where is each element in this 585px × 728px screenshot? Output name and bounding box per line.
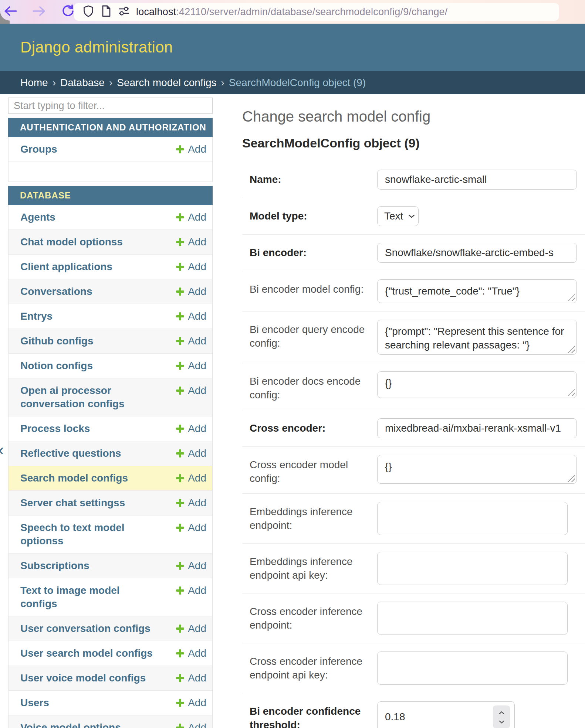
input-embeddings-inference-endpoint-api-key[interactable] <box>377 552 568 585</box>
number-spinner[interactable] <box>493 705 510 728</box>
chevron-down-icon <box>408 213 415 220</box>
url-bar[interactable]: localhost:42110/server/admin/database/se… <box>74 3 559 21</box>
input-bi-encoder[interactable] <box>377 243 577 263</box>
add-link-speech-to-text-model-optionss[interactable]: Add <box>176 521 206 534</box>
add-link-user-search-model-configs[interactable]: Add <box>176 647 206 660</box>
model-link-process-locks[interactable]: Process locks <box>20 422 90 435</box>
add-link-open-ai-processor-conversation-configs[interactable]: Add <box>176 384 206 397</box>
add-link-notion-configs[interactable]: Add <box>176 359 206 372</box>
breadcrumb-separator: › <box>221 77 224 89</box>
input-cross-encoder-inference-endpoint[interactable] <box>377 602 568 635</box>
model-link-client-applications[interactable]: Client applications <box>20 260 112 273</box>
add-link-github-configs[interactable]: Add <box>176 334 206 348</box>
add-link-voice-model-options[interactable]: Add <box>176 721 206 728</box>
breadcrumb-link-database[interactable]: Database <box>60 77 105 89</box>
textarea-bi-encoder-docs-encode-config[interactable] <box>377 371 577 398</box>
model-link-notion-configs[interactable]: Notion configs <box>20 359 93 372</box>
add-link-server-chat-settingss[interactable]: Add <box>176 496 206 510</box>
plus-icon <box>176 263 184 271</box>
shield-icon[interactable] <box>82 5 95 19</box>
spinner-up-icon[interactable] <box>499 709 504 716</box>
add-link-users[interactable]: Add <box>176 696 206 710</box>
spinner-down-icon[interactable] <box>499 718 504 725</box>
input-cross-encoder-inference-endpoint-api-key[interactable] <box>377 652 568 685</box>
model-link-agents[interactable]: Agents <box>20 211 55 224</box>
add-link-groups[interactable]: Add <box>176 143 206 156</box>
model-link-voice-model-options[interactable]: Voice model options <box>20 721 121 728</box>
model-link-user-voice-model-configs[interactable]: User voice model configs <box>20 671 146 685</box>
form-row-bi-encoder-docs-encode-config: Bi encoder docs encode config: <box>242 363 585 410</box>
textarea-bi-encoder-query-encode-config[interactable] <box>377 320 577 355</box>
add-link-chat-model-optionss[interactable]: Add <box>176 235 206 249</box>
sidebar-item-speech-to-text-model-optionss: Speech to text model optionssAdd <box>9 516 212 554</box>
add-link-agents[interactable]: Add <box>176 211 206 224</box>
model-link-text-to-image-model-configs[interactable]: Text to image model configs <box>20 584 157 610</box>
add-link-subscriptions[interactable]: Add <box>176 559 206 572</box>
model-link-subscriptions[interactable]: Subscriptions <box>20 559 89 572</box>
add-link-text-to-image-model-configs[interactable]: Add <box>176 584 206 597</box>
add-label: Add <box>188 310 206 323</box>
reload-icon <box>61 4 75 19</box>
field-label-bi-encoder-docs-encode-config: Bi encoder docs encode config: <box>242 371 372 402</box>
add-link-search-model-configs[interactable]: Add <box>176 472 206 485</box>
add-label: Add <box>188 671 206 685</box>
plus-icon <box>176 562 184 570</box>
input-name[interactable] <box>377 170 577 190</box>
model-link-entrys[interactable]: Entrys <box>20 310 53 323</box>
model-link-chat-model-optionss[interactable]: Chat model optionss <box>20 235 123 249</box>
breadcrumb: Home›Database›Search model configs›Searc… <box>0 71 585 94</box>
breadcrumb-link-search-model-configs[interactable]: Search model configs <box>117 77 216 89</box>
add-link-process-locks[interactable]: Add <box>176 422 206 435</box>
model-link-server-chat-settingss[interactable]: Server chat settingss <box>20 496 125 510</box>
add-link-user-voice-model-configs[interactable]: Add <box>176 671 206 685</box>
reload-button[interactable] <box>61 4 75 19</box>
input-cross-encoder[interactable] <box>377 418 577 438</box>
sidebar-item-reflective-questions: Reflective questionsAdd <box>9 441 212 466</box>
sidebar-item-chat-model-optionss: Chat model optionssAdd <box>9 230 212 255</box>
select-model-type[interactable]: Text <box>377 206 419 226</box>
url-text[interactable]: localhost:42110/server/admin/database/se… <box>136 6 448 18</box>
forward-button[interactable] <box>32 4 47 19</box>
model-link-user-search-model-configs[interactable]: User search model configs <box>20 647 153 660</box>
field-label-embeddings-inference-endpoint-api-key: Embeddings inference endpoint api key: <box>242 552 372 582</box>
input-embeddings-inference-endpoint[interactable] <box>377 502 568 535</box>
breadcrumb-link-home[interactable]: Home <box>20 77 48 89</box>
textarea-cross-encoder-model-config[interactable] <box>377 455 577 484</box>
field-control <box>377 602 568 635</box>
add-link-client-applications[interactable]: Add <box>176 260 206 273</box>
model-link-groups[interactable]: Groups <box>20 143 57 156</box>
sidebar-item-server-chat-settingss: Server chat settingssAdd <box>9 491 212 516</box>
textarea-bi-encoder-model-config[interactable] <box>377 279 577 303</box>
form-row-model-type: Model type:Text <box>242 198 585 235</box>
tune-icon[interactable] <box>118 6 130 18</box>
model-link-users[interactable]: Users <box>20 696 49 710</box>
model-link-search-model-configs[interactable]: Search model configs <box>20 472 128 485</box>
field-control <box>377 418 577 438</box>
model-link-reflective-questions[interactable]: Reflective questions <box>20 447 121 460</box>
sidebar-item-process-locks: Process locksAdd <box>9 416 212 441</box>
model-link-open-ai-processor-conversation-configs[interactable]: Open ai processor conversation configs <box>20 384 157 411</box>
model-link-conversations[interactable]: Conversations <box>20 285 92 298</box>
plus-icon <box>176 213 184 221</box>
site-title[interactable]: Django administration <box>20 38 173 56</box>
select-value: Text <box>384 210 403 222</box>
field-control <box>377 502 568 535</box>
add-link-conversations[interactable]: Add <box>176 285 206 298</box>
model-link-user-conversation-configs[interactable]: User conversation configs <box>20 622 151 635</box>
field-label-bi-encoder-model-config: Bi encoder model config: <box>242 279 372 296</box>
field-label-cross-encoder-model-config: Cross encoder model config: <box>242 455 372 485</box>
back-button[interactable] <box>3 4 18 19</box>
module-caption[interactable]: DATABASE <box>8 186 213 205</box>
add-link-reflective-questions[interactable]: Add <box>176 447 206 460</box>
sidebar-collapse-toggle[interactable]: « <box>0 440 4 459</box>
sidebar-item-user-search-model-configs: User search model configsAdd <box>9 641 212 666</box>
sidebar-filter-input[interactable] <box>8 98 213 114</box>
model-link-github-configs[interactable]: Github configs <box>20 334 94 348</box>
module-caption[interactable]: AUTHENTICATION AND AUTHORIZATION <box>8 118 213 137</box>
model-link-speech-to-text-model-optionss[interactable]: Speech to text model optionss <box>20 521 157 548</box>
plus-icon <box>176 474 184 482</box>
add-link-user-conversation-configs[interactable]: Add <box>176 622 206 635</box>
add-link-entrys[interactable]: Add <box>176 310 206 323</box>
form-row-bi-encoder: Bi encoder: <box>242 235 585 271</box>
document-icon[interactable] <box>101 5 112 19</box>
